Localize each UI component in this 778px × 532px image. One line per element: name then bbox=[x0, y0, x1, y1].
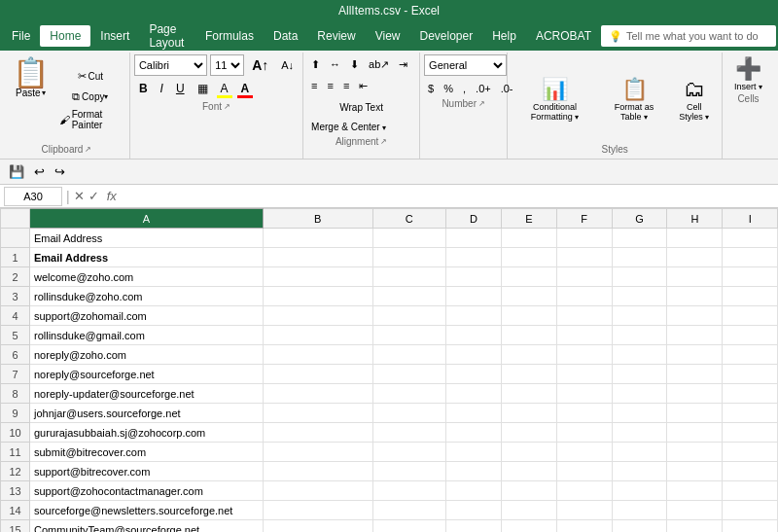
grid-cell[interactable] bbox=[445, 229, 501, 248]
menu-acrobat[interactable]: ACROBAT bbox=[526, 25, 601, 47]
grid-cell[interactable] bbox=[612, 306, 667, 326]
fill-color-button[interactable]: A bbox=[216, 78, 233, 99]
format-as-table-button[interactable]: 📋 Format as Table ▾ bbox=[602, 75, 667, 124]
grid-cell[interactable] bbox=[372, 404, 445, 423]
grid-cell[interactable] bbox=[445, 248, 501, 267]
grid-cell[interactable]: CommunityTeam@sourceforge.net bbox=[30, 520, 264, 533]
grid-cell[interactable] bbox=[445, 404, 501, 423]
grid-cell[interactable]: noreply@sourceforge.net bbox=[30, 365, 264, 384]
menu-formulas[interactable]: Formulas bbox=[195, 25, 264, 47]
grid-cell[interactable] bbox=[612, 520, 667, 533]
grid-cell[interactable] bbox=[264, 229, 373, 248]
grid-cell[interactable] bbox=[612, 481, 667, 501]
grid-cell[interactable]: noreply@zoho.com bbox=[30, 345, 264, 365]
grid-cell[interactable] bbox=[723, 306, 778, 326]
copy-button[interactable]: ⧉ Copy ▾ bbox=[55, 88, 125, 105]
insert-button[interactable]: ➕ Insert ▾ bbox=[726, 54, 770, 93]
grid-cell[interactable]: welcome@zoho.com bbox=[30, 267, 264, 287]
grid-cell[interactable] bbox=[723, 443, 778, 462]
grid-cell[interactable] bbox=[264, 287, 373, 306]
grid-cell[interactable] bbox=[723, 345, 778, 365]
grid-cell[interactable] bbox=[264, 365, 373, 384]
grid-cell[interactable] bbox=[372, 306, 445, 326]
grid-cell[interactable] bbox=[612, 501, 667, 520]
text-angle-button[interactable]: ab↗ bbox=[365, 54, 393, 74]
grid-cell[interactable]: johnjar@users.sourceforge.net bbox=[30, 404, 264, 423]
cut-button[interactable]: ✂ Cut bbox=[55, 67, 125, 85]
grid-cell[interactable] bbox=[667, 345, 723, 365]
grid-cell[interactable] bbox=[501, 384, 556, 404]
redo-quick-button[interactable]: ↪ bbox=[52, 162, 68, 181]
grid-cell[interactable] bbox=[501, 404, 556, 423]
align-left-button[interactable]: ≡ bbox=[307, 76, 321, 95]
grid-cell[interactable] bbox=[501, 443, 556, 462]
grid-cell[interactable]: noreply-updater@sourceforge.net bbox=[30, 384, 264, 404]
tell-me-box[interactable]: 💡 Tell me what you want to do bbox=[601, 25, 776, 47]
grid-cell[interactable] bbox=[264, 520, 373, 533]
grid-cell[interactable] bbox=[501, 423, 556, 443]
table-row[interactable]: Email Address bbox=[1, 229, 778, 248]
grid-cell[interactable] bbox=[556, 384, 612, 404]
grid-cell[interactable] bbox=[264, 404, 373, 423]
grid-cell[interactable] bbox=[612, 443, 667, 462]
menu-review[interactable]: Review bbox=[307, 25, 365, 47]
grid-cell[interactable] bbox=[445, 423, 501, 443]
grid-cell[interactable] bbox=[264, 501, 373, 520]
grid-cell[interactable] bbox=[556, 365, 612, 384]
grid-cell[interactable] bbox=[501, 326, 556, 345]
grid-cell[interactable] bbox=[264, 384, 373, 404]
grid-cell[interactable]: Email Address bbox=[30, 248, 264, 267]
align-right-button[interactable]: ≡ bbox=[339, 76, 353, 95]
grid-cell[interactable] bbox=[372, 501, 445, 520]
bold-button[interactable]: B bbox=[134, 78, 153, 99]
grid-cell[interactable] bbox=[264, 326, 373, 345]
grid-cell[interactable] bbox=[667, 384, 723, 404]
grid-cell[interactable] bbox=[372, 248, 445, 267]
grid-cell[interactable] bbox=[723, 326, 778, 345]
increase-font-button[interactable]: A↑ bbox=[247, 54, 273, 76]
table-row[interactable]: 1Email Address bbox=[1, 248, 778, 267]
grid-cell[interactable] bbox=[556, 404, 612, 423]
menu-help[interactable]: Help bbox=[482, 25, 526, 47]
grid-cell[interactable] bbox=[667, 306, 723, 326]
grid-cell[interactable] bbox=[612, 404, 667, 423]
grid-cell[interactable] bbox=[667, 423, 723, 443]
grid-cell[interactable] bbox=[723, 229, 778, 248]
grid-cell[interactable] bbox=[445, 443, 501, 462]
grid-cell[interactable] bbox=[667, 287, 723, 306]
grid-cell[interactable]: submit@bitrecover.com bbox=[30, 443, 264, 462]
grid-cell[interactable] bbox=[372, 229, 445, 248]
alignment-expand-icon[interactable]: ↗ bbox=[380, 137, 387, 146]
grid-cell[interactable] bbox=[264, 443, 373, 462]
clipboard-expand-icon[interactable]: ↗ bbox=[85, 145, 91, 154]
table-row[interactable]: 9johnjar@users.sourceforge.net bbox=[1, 404, 778, 423]
col-header-e[interactable]: E bbox=[501, 209, 556, 229]
grid-cell[interactable] bbox=[501, 267, 556, 287]
grid-cell[interactable] bbox=[501, 520, 556, 533]
grid-cell[interactable] bbox=[667, 404, 723, 423]
paste-button[interactable]: 📋 Paste▾ bbox=[8, 54, 53, 144]
grid-cell[interactable] bbox=[501, 462, 556, 481]
grid-cell[interactable] bbox=[264, 345, 373, 365]
grid-cell[interactable] bbox=[723, 462, 778, 481]
grid-cell[interactable] bbox=[264, 267, 373, 287]
grid-cell[interactable] bbox=[723, 481, 778, 501]
grid-cell[interactable] bbox=[445, 481, 501, 501]
grid-cell[interactable] bbox=[612, 287, 667, 306]
underline-button[interactable]: U bbox=[171, 78, 190, 99]
grid-cell[interactable] bbox=[667, 462, 723, 481]
grid-cell[interactable] bbox=[556, 345, 612, 365]
grid-cell[interactable] bbox=[667, 229, 723, 248]
undo-quick-button[interactable]: ↩ bbox=[31, 162, 48, 181]
grid-cell[interactable] bbox=[264, 248, 373, 267]
grid-cell[interactable] bbox=[556, 462, 612, 481]
grid-cell[interactable] bbox=[723, 520, 778, 533]
grid-cell[interactable] bbox=[612, 384, 667, 404]
grid-cell[interactable] bbox=[667, 443, 723, 462]
table-row[interactable]: 2welcome@zoho.com bbox=[1, 267, 778, 287]
grid-cell[interactable] bbox=[445, 267, 501, 287]
grid-cell[interactable] bbox=[372, 326, 445, 345]
font-expand-icon[interactable]: ↗ bbox=[224, 102, 230, 111]
grid-cell[interactable] bbox=[667, 520, 723, 533]
increase-indent-button[interactable]: ⇥ bbox=[395, 54, 411, 74]
